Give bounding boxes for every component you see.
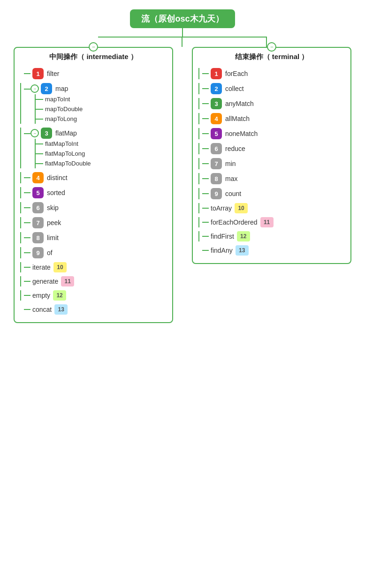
of-row: 9 of	[20, 245, 167, 260]
label-findFirst: findFirst	[211, 233, 234, 240]
list-item: forEachOrdered 11	[198, 215, 345, 229]
distinct-row: 4 distinct	[20, 170, 167, 185]
left-vline	[198, 188, 199, 199]
root-title: 流（原创osc木九天）	[130, 9, 235, 28]
h-connector	[24, 222, 30, 223]
label-collect: collect	[225, 85, 244, 92]
left-vline	[198, 231, 199, 241]
generate-row: generate 11	[20, 274, 167, 288]
left-vline	[20, 172, 21, 183]
flatmap-row: － 3 flatMap flatMapToInt	[20, 126, 167, 170]
h-connector	[202, 73, 209, 74]
h-connector	[202, 103, 209, 104]
branch-line	[36, 99, 43, 100]
concat-row: concat 13	[20, 302, 167, 317]
columns-row: － 中间操作（ intermediate ） 1 filter	[9, 47, 356, 323]
left-vline	[20, 304, 21, 315]
h-branch-wrapper	[9, 37, 356, 47]
left-section-title: 中间操作（ intermediate ）	[20, 53, 167, 61]
list-item: － 2 map mapToInt	[20, 81, 167, 126]
h-connector	[24, 177, 30, 178]
left-vline	[198, 203, 199, 213]
h-connector	[202, 250, 209, 251]
left-vline	[20, 232, 21, 243]
iterate-row: iterate 10	[20, 260, 167, 274]
label-noneMatch: noneMatch	[225, 130, 258, 137]
list-item: flatMapToDouble	[36, 158, 91, 168]
list-item: findFirst 12	[198, 229, 345, 243]
branch-line	[36, 163, 43, 164]
tag-empty: 12	[53, 290, 66, 301]
branch-line	[36, 109, 43, 110]
sorted-row: 5 sorted	[20, 185, 167, 200]
label-empty: empty	[32, 292, 50, 299]
tag-iterate: 10	[53, 262, 67, 272]
h-connector	[24, 237, 30, 238]
title-vline-wrapper	[9, 28, 356, 37]
tag-findAny: 13	[236, 245, 249, 256]
h-connector	[24, 73, 30, 74]
h-connector	[202, 222, 209, 223]
list-item: 8 max	[198, 171, 345, 186]
label-filter: filter	[47, 70, 59, 77]
list-item: mapToInt	[36, 94, 83, 104]
list-item: generate 11	[20, 274, 167, 288]
list-item: flatMapToLong	[36, 149, 91, 158]
list-item: flatMapToInt	[36, 139, 91, 149]
list-item: concat 13	[20, 302, 167, 317]
title-vline	[182, 28, 183, 37]
badge-reduce: 6	[211, 143, 222, 154]
count-row: 9 count	[198, 186, 345, 201]
list-item: 7 min	[198, 156, 345, 171]
badge-collect: 2	[211, 83, 222, 94]
right-section-collapse[interactable]: －	[267, 42, 276, 52]
label-map: map	[55, 85, 68, 92]
badge-flatmap: 3	[41, 128, 52, 139]
left-vline	[20, 202, 21, 213]
h-connector	[202, 88, 209, 89]
max-row: 8 max	[198, 171, 345, 186]
label-forEach: forEach	[225, 70, 248, 77]
list-item: 6 reduce	[198, 141, 345, 156]
list-item: mapToDouble	[36, 104, 83, 114]
list-item: 5 noneMatch	[198, 126, 345, 141]
badge-skip: 6	[32, 202, 44, 213]
list-item: 4 distinct	[20, 170, 167, 185]
flatmap-collapse[interactable]: －	[30, 129, 39, 137]
label-anyMatch: anyMatch	[225, 100, 254, 107]
list-item: 6 skip	[20, 200, 167, 215]
peek-row: 7 peek	[20, 215, 167, 230]
left-vline	[198, 245, 199, 256]
left-vline	[20, 187, 21, 198]
badge-min: 7	[211, 158, 222, 169]
map-collapse[interactable]: －	[30, 84, 39, 93]
limit-row: 8 limit	[20, 230, 167, 245]
h-connector	[202, 163, 209, 164]
left-tree: 1 filter － 2 map	[20, 66, 167, 317]
tag-findFirst: 12	[237, 231, 250, 241]
label-mapToDouble: mapToDouble	[45, 106, 83, 113]
label-mapToInt: mapToInt	[45, 96, 70, 103]
badge-count: 9	[211, 188, 222, 199]
h-connector	[24, 309, 30, 310]
title-row: 流（原创osc木九天）	[9, 9, 356, 28]
flatmap-children: flatMapToInt flatMapToLong flatMapToDoub…	[35, 139, 91, 168]
left-vline	[20, 217, 21, 228]
label-max: max	[225, 175, 237, 182]
left-section-collapse[interactable]: －	[89, 42, 98, 52]
left-vline	[20, 128, 21, 168]
h-connector	[202, 118, 209, 119]
collect-row: 2 collect	[198, 81, 345, 96]
badge-anyMatch: 3	[211, 98, 222, 109]
label-generate: generate	[32, 278, 58, 285]
label-count: count	[225, 190, 241, 197]
right-section: － 结束操作（ terminal ） 1 forEach	[192, 47, 351, 264]
left-vline	[198, 113, 199, 124]
h-connector	[24, 281, 30, 282]
label-peek: peek	[47, 219, 61, 226]
list-item: 8 limit	[20, 230, 167, 245]
badge-limit: 8	[32, 232, 44, 243]
h-connector	[202, 236, 209, 237]
filter-row: 1 filter	[20, 66, 167, 81]
left-vline	[198, 158, 199, 169]
